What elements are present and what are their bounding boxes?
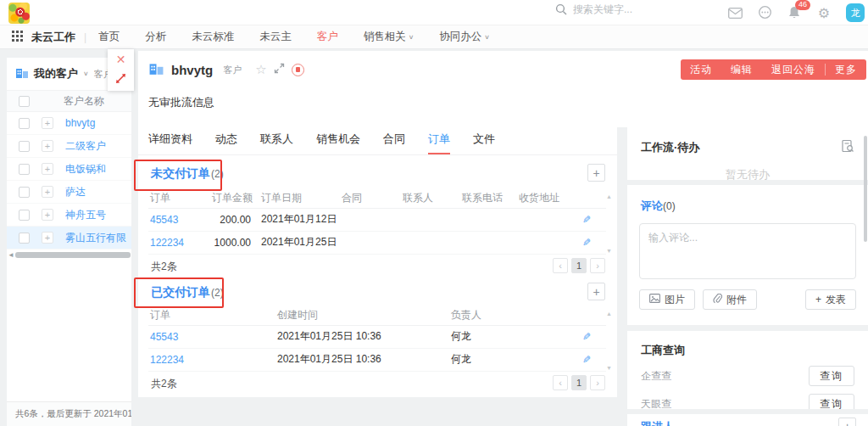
customer-link[interactable]: 电饭锅和	[65, 162, 106, 177]
add-follower-button[interactable]: +	[838, 418, 856, 426]
edit-pencil-icon[interactable]: ✎	[582, 214, 591, 226]
publish-button[interactable]: + 发表	[805, 289, 856, 310]
nav-item-analysis[interactable]: 分析	[145, 30, 166, 44]
customer-link[interactable]: bhvytg	[65, 117, 95, 129]
add-delivered-order-button[interactable]: +	[587, 283, 605, 300]
tab-contacts[interactable]: 联系人	[260, 132, 293, 154]
order-link[interactable]: 122234	[150, 237, 184, 249]
order-link[interactable]: 122234	[150, 354, 184, 366]
tab-details[interactable]: 详细资料	[148, 132, 192, 154]
customer-link[interactable]: 雾山五行有限	[65, 231, 126, 245]
app-logo[interactable]	[8, 3, 30, 24]
expand-plus-icon[interactable]: +	[42, 186, 53, 198]
status-red-badge-icon[interactable]	[292, 64, 304, 76]
horizontal-scrollbar[interactable]: ◄	[7, 251, 131, 259]
nav-item-collaboration[interactable]: 协同办公∨	[439, 30, 490, 44]
mail-icon[interactable]	[727, 5, 743, 20]
image-button[interactable]: 图片	[639, 289, 695, 310]
col-address[interactable]: 收货地址	[517, 188, 581, 208]
chevron-down-icon[interactable]: ∨	[83, 70, 89, 77]
nav-item-main[interactable]: 未云主	[259, 30, 292, 44]
page-next-button[interactable]: ›	[590, 375, 605, 390]
col-amount[interactable]: 订单金额	[210, 188, 259, 208]
customer-link[interactable]: 神舟五号	[65, 208, 106, 222]
order-link[interactable]: 45543	[150, 331, 178, 343]
scroll-down-icon[interactable]: ▼	[606, 365, 612, 371]
close-icon[interactable]: ✕	[116, 53, 126, 65]
scroll-up-icon[interactable]: ▲	[606, 311, 612, 317]
col-date[interactable]: 订单日期	[259, 188, 340, 208]
table-row[interactable]: 122234 1000.00 2021年01月25日 ✎	[148, 231, 606, 254]
resize-diagonal-icon[interactable]	[115, 73, 126, 87]
edit-pencil-icon[interactable]: ✎	[582, 237, 591, 249]
user-avatar[interactable]: 龙	[846, 3, 865, 22]
col-created[interactable]: 创建时间	[275, 305, 449, 325]
query-button-qichacha[interactable]: 查询	[809, 366, 854, 386]
add-order-button[interactable]: +	[587, 164, 605, 182]
row-checkbox[interactable]	[19, 210, 30, 221]
edit-pencil-icon[interactable]: ✎	[582, 331, 591, 343]
col-order[interactable]: 订单	[148, 188, 210, 208]
chat-icon[interactable]	[757, 5, 772, 20]
col-phone[interactable]: 联系电话	[460, 188, 517, 208]
scrollbar-thumb[interactable]	[15, 252, 131, 258]
customer-list-title[interactable]: 我的客户	[34, 66, 78, 81]
page-prev-button[interactable]: ‹	[553, 375, 568, 390]
page-next-button[interactable]: ›	[590, 258, 605, 273]
col-owner[interactable]: 负责人	[449, 305, 581, 325]
customer-row[interactable]: + 神舟五号	[7, 204, 131, 227]
column-header-customer-name[interactable]: 客户名称	[64, 94, 104, 109]
col-contract[interactable]: 合同	[340, 188, 401, 208]
customer-link[interactable]: 萨达	[65, 185, 86, 199]
more-button[interactable]: 更多	[826, 63, 866, 77]
page-scrollbar-thumb[interactable]	[864, 136, 867, 242]
col-contact[interactable]: 联系人	[401, 188, 460, 208]
table-row[interactable]: 45543 2021年01月25日 10:36 何龙 ✎	[148, 325, 606, 348]
comment-input[interactable]	[639, 223, 856, 279]
expand-plus-icon[interactable]: +	[42, 232, 53, 244]
customer-row[interactable]: + 萨达	[7, 181, 131, 204]
expand-plus-icon[interactable]: +	[42, 163, 53, 175]
row-checkbox[interactable]	[19, 233, 30, 244]
order-link[interactable]: 45543	[150, 214, 178, 226]
expand-plus-icon[interactable]: +	[42, 117, 53, 129]
table-row[interactable]: 45543 200.00 2021年01月12日 ✎	[148, 208, 606, 231]
customer-link[interactable]: 二级客户	[65, 139, 106, 154]
doc-search-icon[interactable]	[841, 139, 854, 155]
scroll-down-icon[interactable]: ▼	[606, 248, 612, 254]
row-checkbox[interactable]	[19, 164, 30, 175]
select-all-checkbox[interactable]	[19, 96, 30, 107]
scroll-up-icon[interactable]: ▲	[606, 193, 612, 199]
expand-plus-icon[interactable]: +	[42, 209, 53, 221]
row-checkbox[interactable]	[19, 187, 30, 198]
expand-plus-icon[interactable]: +	[42, 140, 53, 152]
tab-opportunities[interactable]: 销售机会	[316, 132, 360, 154]
table-row[interactable]: 122234 2021年01月25日 10:36 何龙 ✎	[148, 348, 606, 371]
row-checkbox[interactable]	[19, 118, 30, 129]
edit-pencil-icon[interactable]: ✎	[582, 354, 591, 366]
attachment-button[interactable]: 附件	[703, 289, 757, 310]
nav-item-home[interactable]: 首页	[98, 30, 120, 44]
page-number[interactable]: 1	[571, 258, 587, 273]
settings-gear-icon[interactable]: ⚙	[816, 5, 832, 20]
nav-item-sales[interactable]: 销售相关∨	[364, 30, 415, 44]
fullscreen-expand-icon[interactable]	[274, 63, 285, 76]
tab-activity[interactable]: 动态	[215, 132, 237, 154]
page-prev-button[interactable]: ‹	[553, 258, 568, 273]
notifications-bell-icon[interactable]: 46	[787, 5, 802, 20]
global-search[interactable]	[555, 3, 700, 15]
nav-item-customer[interactable]: 客户	[317, 30, 338, 44]
tab-contracts[interactable]: 合同	[383, 132, 405, 154]
star-favorite-icon[interactable]: ☆	[255, 62, 266, 77]
customer-row[interactable]: + 电饭锅和	[7, 158, 131, 181]
activity-button[interactable]: 活动	[681, 63, 721, 77]
tab-files[interactable]: 文件	[473, 132, 495, 154]
customer-row-selected[interactable]: + 雾山五行有限	[7, 227, 131, 249]
customer-row[interactable]: + bhvytg	[7, 112, 131, 135]
page-number[interactable]: 1	[571, 375, 587, 390]
nav-app-menu[interactable]: 未云工作	[31, 30, 75, 45]
app-grid-icon[interactable]	[12, 31, 23, 44]
query-button-tianyancha[interactable]: 查询	[809, 394, 854, 409]
customer-row[interactable]: + 二级客户	[7, 135, 131, 158]
nav-item-standard[interactable]: 未云标准	[192, 30, 234, 44]
